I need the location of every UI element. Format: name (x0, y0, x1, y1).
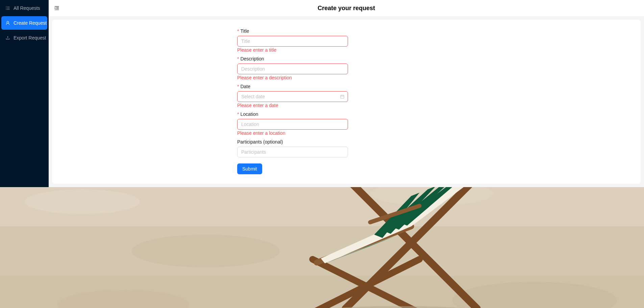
required-mark: * (237, 56, 239, 61)
sidebar-item-label: Create Request (14, 20, 47, 26)
title-label: *Title (237, 26, 348, 34)
date-label: *Date (237, 82, 348, 89)
sidebar-item-create-request[interactable]: Create Request (1, 16, 47, 30)
location-input[interactable] (237, 119, 348, 130)
participants-input[interactable] (237, 147, 348, 157)
location-error: Please enter a location (237, 130, 348, 137)
submit-row: Submit (237, 163, 348, 174)
submit-button[interactable]: Submit (237, 163, 262, 174)
label-text: Participants (optional) (237, 139, 283, 145)
svg-point-4 (25, 189, 140, 214)
description-input[interactable] (237, 63, 348, 74)
label-text: Location (240, 111, 258, 117)
menu-fold-icon[interactable] (54, 5, 59, 11)
description-error: Please enter a description (237, 75, 348, 82)
page-title: Create your request (318, 5, 375, 12)
title-input[interactable] (237, 36, 348, 47)
location-label: *Location (237, 109, 348, 117)
svg-rect-2 (0, 226, 644, 276)
form-card: *Title Please enter a title *Description… (52, 20, 641, 184)
content-area: *Title Please enter a title *Description… (49, 16, 644, 187)
sidebar-item-label: All Requests (14, 5, 40, 11)
upload-icon (5, 35, 10, 40)
required-mark: * (237, 111, 239, 117)
form-item-description: *Description Please enter a description (237, 54, 348, 82)
form-item-location: *Location Please enter a location (237, 109, 348, 137)
create-request-form: *Title Please enter a title *Description… (237, 26, 348, 174)
date-input[interactable] (237, 91, 348, 102)
header: Create your request (49, 0, 644, 16)
background-image (0, 187, 644, 308)
required-mark: * (237, 28, 239, 34)
sidebar-item-label: Export Request (14, 35, 46, 41)
form-item-title: *Title Please enter a title (237, 26, 348, 54)
sidebar-item-export-request[interactable]: Export Request (1, 31, 47, 45)
ordered-list-icon (5, 6, 10, 10)
sidebar-item-all-requests[interactable]: All Requests (1, 1, 47, 15)
main-content: Create your request *Title Please enter … (49, 0, 644, 187)
label-text: Date (240, 84, 250, 89)
label-text: Description (240, 56, 264, 61)
description-label: *Description (237, 54, 348, 61)
required-mark: * (237, 84, 239, 89)
svg-point-5 (131, 235, 279, 267)
participants-label: Participants (optional) (237, 137, 348, 145)
date-error: Please enter a date (237, 103, 348, 109)
form-item-date: *Date Please enter a date (237, 82, 348, 109)
sidebar: All Requests Create Request Export Reque… (0, 0, 49, 187)
user-icon (5, 21, 10, 25)
label-text: Title (240, 28, 249, 34)
title-error: Please enter a title (237, 47, 348, 54)
form-item-participants: Participants (optional) (237, 137, 348, 157)
